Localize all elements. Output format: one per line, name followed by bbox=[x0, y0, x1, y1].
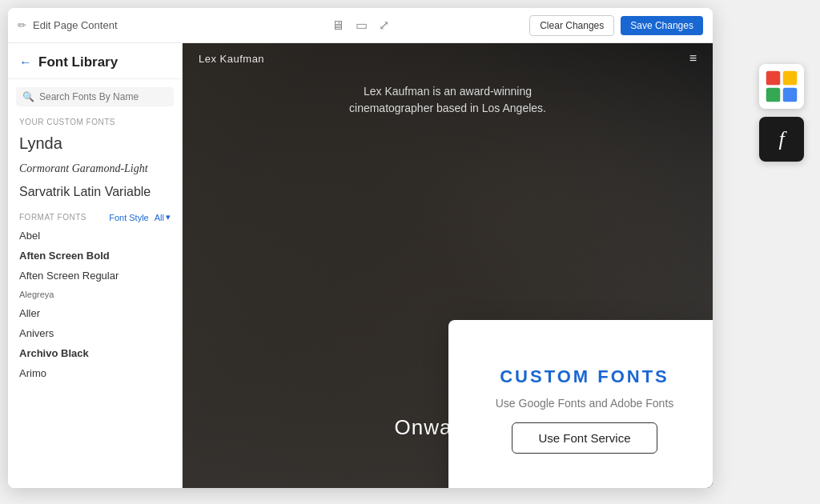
svg-rect-1 bbox=[783, 71, 798, 86]
font-list: Abel Aften Screen Bold Aften Screen Regu… bbox=[8, 226, 182, 488]
edit-icon: ✏ bbox=[18, 19, 26, 31]
font-item-aften-bold[interactable]: Aften Screen Bold bbox=[8, 246, 182, 266]
top-bar: ✏ Edit Page Content 🖥 ▭ ⤢ Clear Changes … bbox=[8, 8, 713, 43]
chevron-down-icon: ▾ bbox=[166, 212, 171, 222]
search-input[interactable] bbox=[39, 91, 167, 102]
search-icon: 🔍 bbox=[22, 91, 34, 102]
custom-fonts-popup: CUSTOM FONTS Use Google Fonts and Adobe … bbox=[448, 320, 713, 488]
clear-changes-button[interactable]: Clear Changes bbox=[529, 15, 614, 36]
svg-rect-2 bbox=[766, 88, 781, 102]
back-arrow-icon[interactable]: ← bbox=[19, 55, 32, 70]
font-f-letter: f bbox=[778, 127, 784, 151]
font-item-alegreya[interactable]: Alegreya bbox=[8, 286, 182, 303]
side-icons: f bbox=[759, 64, 804, 162]
top-bar-left: ✏ Edit Page Content bbox=[18, 19, 246, 31]
format-fonts-label: FORMAT FONTS bbox=[19, 213, 86, 222]
top-bar-center: 🖥 ▭ ⤢ bbox=[246, 18, 474, 33]
desktop-icon[interactable]: 🖥 bbox=[332, 18, 344, 33]
font-item-archivo-black[interactable]: Archivo Black bbox=[8, 343, 182, 363]
custom-font-sarvatrik[interactable]: Sarvatrik Latin Variable bbox=[8, 180, 182, 204]
top-bar-right: Clear Changes Save Changes bbox=[475, 15, 703, 36]
font-style-label: Font Style bbox=[109, 213, 149, 222]
sidebar-header: ← Font Library bbox=[8, 43, 182, 79]
hamburger-icon[interactable]: ≡ bbox=[689, 51, 697, 66]
format-fonts-header: FORMAT FONTS Font Style All ▾ bbox=[8, 204, 182, 226]
font-style-selector[interactable]: Font Style All ▾ bbox=[109, 212, 171, 222]
popup-subtitle: Use Google Fonts and Adobe Fonts bbox=[496, 397, 674, 410]
preview-tagline: Lex Kaufman is an award-winning cinemato… bbox=[336, 83, 560, 117]
app-window: ✏ Edit Page Content 🖥 ▭ ⤢ Clear Changes … bbox=[8, 8, 713, 488]
custom-font-cormorant[interactable]: Cormorant Garamond-Light bbox=[8, 158, 182, 180]
custom-font-lynda[interactable]: Lynda bbox=[8, 130, 182, 158]
font-item-arimo[interactable]: Arimo bbox=[8, 363, 182, 383]
tagline-text: Lex Kaufman is an award-winning cinemato… bbox=[336, 83, 560, 117]
content-area: ← Font Library 🔍 YOUR CUSTOM FONTS Lynda… bbox=[8, 43, 713, 488]
popup-title: CUSTOM FONTS bbox=[500, 366, 669, 387]
use-font-service-button[interactable]: Use Font Service bbox=[512, 422, 657, 454]
sidebar: ← Font Library 🔍 YOUR CUSTOM FONTS Lynda… bbox=[8, 43, 183, 488]
preview-nav: Lex Kaufman ≡ bbox=[183, 51, 713, 66]
site-name: Lex Kaufman bbox=[199, 53, 264, 65]
font-item-abel[interactable]: Abel bbox=[8, 226, 182, 246]
custom-fonts-label: YOUR CUSTOM FONTS bbox=[8, 111, 182, 130]
expand-icon[interactable]: ⤢ bbox=[379, 18, 389, 33]
font-item-anivers[interactable]: Anivers bbox=[8, 323, 182, 343]
font-item-aller[interactable]: Aller bbox=[8, 303, 182, 323]
svg-rect-0 bbox=[766, 71, 781, 86]
tablet-icon[interactable]: ▭ bbox=[356, 18, 368, 33]
preview-area: Lex Kaufman ≡ Lex Kaufman is an award-wi… bbox=[183, 43, 713, 488]
adobe-fonts-icon[interactable]: f bbox=[759, 117, 804, 162]
google-fonts-icon[interactable] bbox=[759, 64, 804, 109]
google-logo-svg bbox=[765, 70, 798, 103]
font-item-aften-regular[interactable]: Aften Screen Regular bbox=[8, 266, 182, 286]
sidebar-title: Font Library bbox=[38, 54, 118, 70]
search-box[interactable]: 🔍 bbox=[16, 87, 174, 106]
save-changes-button[interactable]: Save Changes bbox=[621, 16, 703, 35]
font-style-value: All bbox=[155, 213, 164, 222]
svg-rect-3 bbox=[783, 88, 798, 102]
edit-label: Edit Page Content bbox=[33, 19, 118, 31]
